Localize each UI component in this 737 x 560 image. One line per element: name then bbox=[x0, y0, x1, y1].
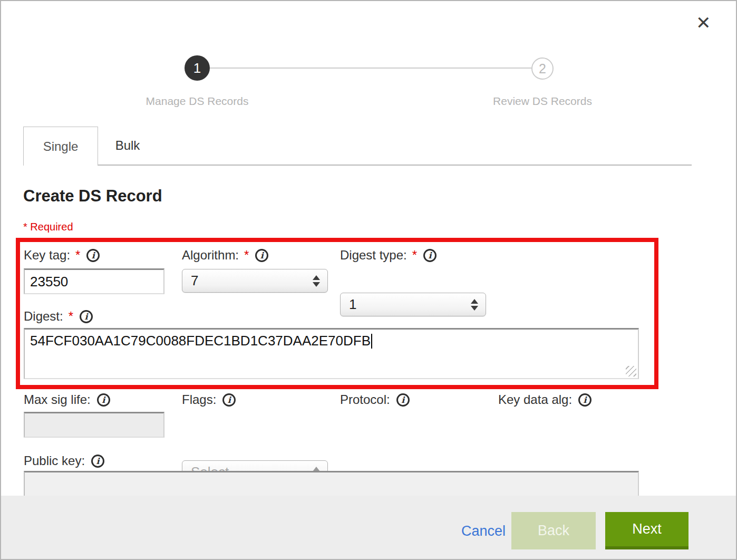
max-sig-life-input[interactable] bbox=[24, 412, 164, 438]
stepper-step-2-label: Review DS Records bbox=[463, 95, 622, 108]
public-key-label-text: Public key: bbox=[24, 453, 85, 468]
text-cursor bbox=[371, 334, 372, 349]
protocol-label-text: Protocol: bbox=[340, 392, 390, 407]
protocol-label: Protocol: i bbox=[340, 392, 410, 407]
back-button[interactable]: Back bbox=[511, 512, 596, 549]
stepper-step-2-circle: 2 bbox=[531, 57, 554, 80]
key-data-alg-label-text: Key data alg: bbox=[498, 392, 572, 407]
required-asterisk: * bbox=[69, 309, 73, 324]
algorithm-label-text: Algorithm: bbox=[182, 248, 239, 263]
next-button[interactable]: Next bbox=[605, 512, 688, 549]
key-data-alg-label: Key data alg: i bbox=[498, 392, 591, 407]
algorithm-select-value: 7 bbox=[191, 273, 198, 289]
max-sig-life-label-text: Max sig life: bbox=[24, 392, 91, 407]
required-asterisk: * bbox=[75, 248, 80, 263]
max-sig-life-label: Max sig life: i bbox=[24, 392, 110, 407]
public-key-label: Public key: i bbox=[24, 453, 104, 468]
info-icon[interactable]: i bbox=[97, 393, 110, 407]
resize-handle-icon[interactable] bbox=[626, 366, 636, 376]
key-tag-label: Key tag: * i bbox=[24, 248, 100, 263]
digest-textarea[interactable]: 54FCF030AA1C79C0088FDEC1BD1C37DAA2E70DFB bbox=[24, 328, 639, 379]
page-title: Create DS Record bbox=[23, 187, 162, 206]
digest-type-select[interactable]: 1 bbox=[340, 293, 486, 316]
info-icon[interactable]: i bbox=[423, 249, 437, 262]
info-icon[interactable]: i bbox=[396, 393, 410, 407]
cancel-button[interactable]: Cancel bbox=[461, 523, 506, 539]
flags-label: Flags: i bbox=[182, 392, 236, 407]
key-tag-label-text: Key tag: bbox=[24, 248, 70, 263]
stepper-step-1-circle: 1 bbox=[185, 55, 210, 81]
info-icon[interactable]: i bbox=[91, 455, 104, 468]
required-asterisk: * bbox=[412, 248, 417, 263]
tab-bulk[interactable]: Bulk bbox=[98, 127, 157, 165]
algorithm-label: Algorithm: * i bbox=[182, 248, 268, 263]
info-icon[interactable]: i bbox=[578, 393, 591, 407]
info-icon[interactable]: i bbox=[86, 249, 100, 262]
algorithm-select[interactable]: 7 bbox=[182, 269, 328, 293]
public-key-textarea[interactable] bbox=[24, 471, 639, 497]
digest-label: Digest: * i bbox=[24, 309, 93, 324]
digest-type-select-value: 1 bbox=[349, 296, 356, 313]
select-arrows-icon bbox=[471, 299, 478, 311]
digest-type-label-text: Digest type: bbox=[340, 248, 407, 263]
info-icon[interactable]: i bbox=[80, 310, 93, 323]
digest-type-label: Digest type: * i bbox=[340, 248, 437, 263]
info-icon[interactable]: i bbox=[222, 393, 236, 407]
tab-single[interactable]: Single bbox=[23, 127, 98, 166]
tab-divider bbox=[98, 165, 692, 166]
stepper-step-1-label: Manage DS Records bbox=[118, 95, 276, 108]
key-tag-input[interactable] bbox=[24, 268, 164, 294]
required-note: * Required bbox=[23, 221, 73, 233]
digest-value: 54FCF030AA1C79C0088FDEC1BD1C37DAA2E70DFB bbox=[30, 333, 371, 349]
create-ds-record-modal: { "modal": { "close_icon": "✕" }, "icons… bbox=[0, 0, 737, 560]
flags-label-text: Flags: bbox=[182, 392, 216, 407]
required-asterisk: * bbox=[244, 248, 249, 263]
close-icon[interactable]: ✕ bbox=[696, 14, 711, 32]
stepper-connector-line bbox=[210, 67, 531, 69]
select-arrows-icon bbox=[313, 275, 320, 287]
digest-label-text: Digest: bbox=[24, 309, 63, 324]
info-icon[interactable]: i bbox=[255, 249, 268, 262]
